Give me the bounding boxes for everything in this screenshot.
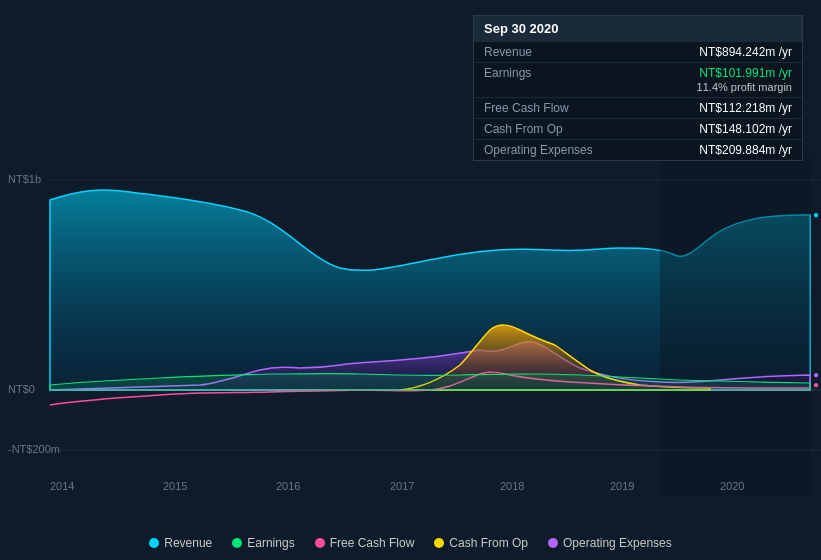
x-label-2015: 2015 (163, 480, 187, 492)
legend-dot-revenue (149, 538, 159, 548)
y-label-0: NT$0 (8, 383, 35, 395)
legend-dot-earnings (232, 538, 242, 548)
y-label-1b: NT$1b (8, 173, 41, 185)
x-label-2019: 2019 (610, 480, 634, 492)
right-label-fcf: ● (813, 379, 819, 390)
right-label-revenue: ● (813, 209, 819, 220)
y-label-neg200m: -NT$200m (8, 443, 60, 455)
tooltip-row-opex: Operating Expenses NT$209.884m /yr (474, 139, 802, 160)
data-tooltip: Sep 30 2020 Revenue NT$894.242m /yr Earn… (473, 15, 803, 161)
x-label-2014: 2014 (50, 480, 74, 492)
tooltip-date: Sep 30 2020 (474, 16, 802, 41)
tooltip-row-cashfromop: Cash From Op NT$148.102m /yr (474, 118, 802, 139)
x-label-2016: 2016 (276, 480, 300, 492)
legend-revenue: Revenue (149, 536, 212, 550)
x-label-2017: 2017 (390, 480, 414, 492)
tooltip-row-revenue: Revenue NT$894.242m /yr (474, 41, 802, 62)
legend-dot-fcf (315, 538, 325, 548)
svg-rect-3 (660, 155, 810, 495)
legend-cashfromop: Cash From Op (434, 536, 528, 550)
x-label-2020: 2020 (720, 480, 744, 492)
legend-dot-cashfromop (434, 538, 444, 548)
x-label-2018: 2018 (500, 480, 524, 492)
legend-earnings: Earnings (232, 536, 294, 550)
legend-fcf: Free Cash Flow (315, 536, 415, 550)
tooltip-row-earnings: Earnings NT$101.991m /yr 11.4% profit ma… (474, 62, 802, 97)
legend-dot-opex (548, 538, 558, 548)
chart-legend: Revenue Earnings Free Cash Flow Cash Fro… (0, 536, 821, 550)
tooltip-row-fcf: Free Cash Flow NT$112.218m /yr (474, 97, 802, 118)
legend-opex: Operating Expenses (548, 536, 672, 550)
